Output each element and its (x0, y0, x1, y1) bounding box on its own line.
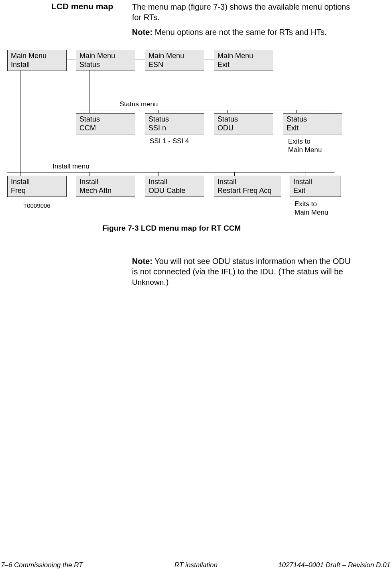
section-title: LCD menu map (51, 2, 113, 11)
note-2-text1: You will not see ODU status information … (132, 257, 351, 276)
menu-line1: Main Menu (148, 52, 184, 60)
menu-line2: ESN (148, 61, 163, 69)
menu-box-status-ccm: Status CCM (76, 113, 135, 134)
menu-line1: Install (148, 178, 167, 186)
note-1-text: Menu options are not the same for RTs an… (152, 28, 327, 37)
menu-box-main-esn: Main Menu ESN (145, 50, 204, 71)
menu-box-install-restart: Install Restart Freq Acq (214, 176, 281, 197)
menu-line2: Exit (293, 187, 305, 195)
menu-box-install-mechattn: Install Mech Attn (76, 176, 135, 197)
note-2: Note: You will not see ODU status inform… (132, 256, 357, 288)
note-2-label: Note: (132, 257, 152, 266)
ssi-range-note: SSI 1 - SSI 4 (150, 137, 189, 145)
note-2-text2: .) (164, 278, 169, 286)
status-exit-note: Exits to Main Menu (288, 137, 322, 154)
menu-line2: Exit (286, 124, 299, 132)
note-1: Note: Menu options are not the same for … (132, 27, 357, 37)
menu-line1: Install (293, 178, 312, 186)
menu-line1: Status (79, 115, 100, 123)
menu-line1: Status (148, 115, 169, 123)
connector-line (20, 70, 20, 185)
status-menu-label: Status menu (120, 100, 158, 108)
menu-line1: Main Menu (217, 52, 253, 60)
menu-line2: Restart Freq Acq (217, 187, 272, 195)
menu-line1: Install (79, 178, 98, 186)
menu-line2: Freq (11, 187, 26, 195)
menu-line1: Status (217, 115, 238, 123)
intro-paragraph: The menu map (figure 7-3) shows the avai… (132, 2, 357, 22)
install-exit-note: Exits to Main Menu (295, 200, 328, 217)
menu-box-install-oducable: Install ODU Cable (145, 176, 204, 197)
connector-line (7, 172, 335, 172)
menu-line1: Status (286, 115, 307, 123)
menu-box-install-freq: Install Freq (7, 176, 67, 197)
menu-line1: Main Menu (11, 52, 47, 60)
menu-line1: Install (217, 178, 236, 186)
menu-line2: ODU (217, 124, 234, 132)
footer-right: 1027144–0001 Draft – Revision D.01 (278, 561, 390, 569)
install-menu-label: Install menu (53, 162, 89, 170)
menu-line2: ODU Cable (148, 187, 185, 195)
menu-box-status-odu: Status ODU (214, 113, 273, 134)
figure-id: T0009006 (23, 202, 51, 209)
menu-line2: Exit (217, 61, 230, 69)
menu-box-main-status: Main Menu Status (76, 50, 135, 71)
menu-line1: Install (11, 178, 30, 186)
menu-line2: Status (79, 61, 100, 69)
figure-caption: Figure 7-3 LCD menu map for RT CCM (102, 224, 241, 233)
menu-line2: Install (11, 61, 30, 69)
note-2-unknown: Unknown (132, 278, 164, 286)
menu-box-status-ssi: Status SSI n (145, 113, 204, 134)
menu-line1: Main Menu (79, 52, 115, 60)
menu-line2: CCM (79, 124, 96, 132)
menu-box-install-exit: Install Exit (290, 176, 341, 197)
menu-box-main-exit: Main Menu Exit (214, 50, 273, 71)
menu-line2: SSI n (148, 124, 166, 132)
menu-box-status-exit: Status Exit (283, 113, 342, 134)
note-1-label: Note: (132, 28, 152, 37)
menu-line2: Mech Attn (79, 187, 112, 195)
menu-box-main-install: Main Menu Install (7, 50, 67, 71)
